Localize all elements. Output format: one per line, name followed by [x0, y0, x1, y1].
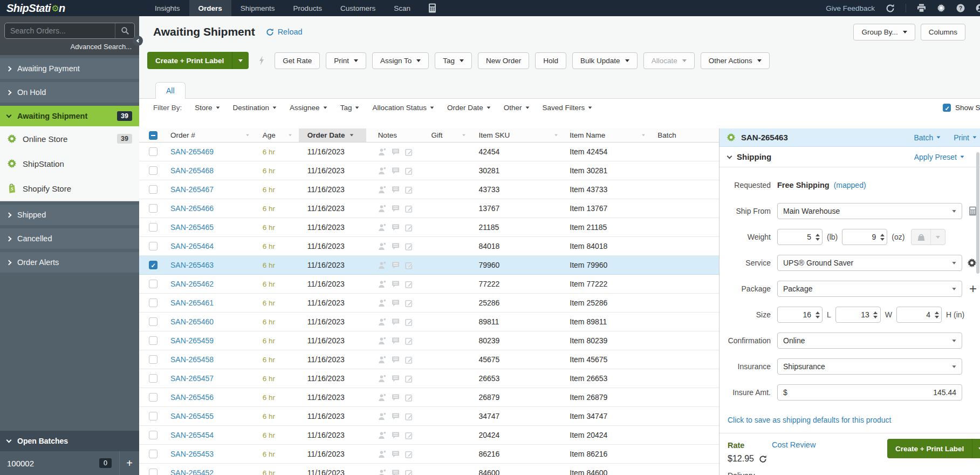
help-icon[interactable]: ?	[956, 4, 965, 12]
row-checkbox[interactable]	[149, 223, 157, 232]
internal-note-icon[interactable]	[392, 205, 400, 213]
sidebar-item-cancelled[interactable]: Cancelled	[0, 228, 139, 249]
row-checkbox[interactable]	[149, 280, 157, 288]
internal-note-icon[interactable]	[392, 280, 400, 288]
size-width-stepper[interactable]: 13	[835, 307, 881, 323]
row-checkbox[interactable]	[149, 166, 157, 175]
internal-note-icon[interactable]	[392, 299, 400, 307]
shipstation-logo[interactable]: ShipStati⚙n	[0, 0, 139, 16]
sidebar-store-shopify-store[interactable]: SShopify Store	[0, 176, 139, 201]
assign-to-button[interactable]: Assign To	[372, 52, 429, 69]
tag-button[interactable]: Tag	[435, 52, 472, 69]
cost-review-link[interactable]: Cost Review	[772, 440, 815, 449]
table-row[interactable]: SAN-2654596 hr11/16/202380239Item 80239	[139, 331, 719, 350]
column-header-item-name[interactable]: Item Name	[565, 128, 652, 142]
collapse-sidebar-button[interactable]	[133, 36, 143, 46]
table-row[interactable]: SAN-2654686 hr11/16/202330281Item 30281	[139, 161, 719, 180]
give-feedback-link[interactable]: Give Feedback	[826, 4, 875, 12]
order-number-link[interactable]: SAN-265469	[170, 147, 214, 156]
reload-button[interactable]: Reload	[266, 28, 303, 36]
buyer-note-icon[interactable]	[378, 393, 386, 402]
row-checkbox[interactable]	[149, 147, 157, 156]
print-dropdown[interactable]: Print	[954, 133, 977, 142]
order-number-link[interactable]: SAN-265463	[170, 261, 214, 269]
internal-note-icon[interactable]	[392, 356, 400, 364]
stepper-arrows[interactable]	[871, 311, 880, 318]
sidebar-item-order-alerts[interactable]: Order Alerts	[0, 252, 139, 273]
row-checkbox[interactable]	[149, 469, 157, 475]
service-settings-gear-icon[interactable]	[967, 258, 977, 268]
group-by-button[interactable]: Group By...	[853, 24, 915, 40]
nav-item-orders[interactable]: Orders	[189, 0, 231, 16]
internal-note-icon[interactable]	[392, 186, 400, 194]
sidebar-store-online-store[interactable]: Online Store39	[0, 126, 139, 151]
add-batch-button[interactable]: +	[119, 451, 139, 475]
search-icon[interactable]	[115, 23, 134, 38]
edit-note-icon[interactable]	[405, 261, 413, 269]
internal-note-icon[interactable]	[392, 148, 400, 156]
filter-destination[interactable]: Destination	[233, 104, 277, 112]
size-length-stepper[interactable]: 16	[777, 307, 823, 323]
shipping-section-header[interactable]: Shipping Apply Preset	[719, 147, 980, 167]
table-row[interactable]: SAN-2654546 hr11/16/202320424Item 20424	[139, 426, 719, 445]
new-order-button[interactable]: New Order	[478, 52, 529, 69]
order-number-link[interactable]: SAN-265462	[170, 280, 214, 288]
edit-note-icon[interactable]	[405, 280, 413, 288]
table-row[interactable]: SAN-2654636 hr11/16/202379960Item 79960	[139, 256, 719, 275]
table-row[interactable]: SAN-2654696 hr11/16/202342454Item 42454	[139, 142, 719, 161]
get-rate-button[interactable]: Get Rate	[275, 52, 320, 69]
edit-note-icon[interactable]	[405, 242, 413, 250]
order-number-link[interactable]: SAN-265464	[170, 242, 214, 250]
buyer-note-icon[interactable]	[378, 148, 386, 156]
create-print-label-button-panel[interactable]: Create + Print Label	[887, 439, 980, 458]
table-row[interactable]: SAN-2654656 hr11/16/202321185Item 21185	[139, 218, 719, 237]
internal-note-icon[interactable]	[392, 431, 400, 439]
table-row[interactable]: SAN-2654666 hr11/16/202313767Item 13767	[139, 199, 719, 218]
table-row[interactable]: SAN-2654606 hr11/16/202389811Item 89811	[139, 313, 719, 331]
edit-note-icon[interactable]	[405, 469, 413, 475]
columns-button[interactable]: Columns	[921, 24, 965, 40]
apply-preset-dropdown[interactable]: Apply Preset	[914, 153, 964, 161]
order-number-link[interactable]: SAN-265454	[170, 431, 214, 439]
column-header-item-sku[interactable]: Item SKU	[472, 128, 565, 142]
buyer-note-icon[interactable]	[378, 205, 386, 213]
table-row[interactable]: SAN-2654576 hr11/16/202326653Item 26653	[139, 369, 719, 388]
buyer-note-icon[interactable]	[378, 167, 386, 175]
table-row[interactable]: SAN-2654676 hr11/16/202343733Item 43733	[139, 180, 719, 199]
add-package-button[interactable]: +	[969, 282, 977, 295]
internal-note-icon[interactable]	[392, 223, 400, 232]
filter-store[interactable]: Store	[195, 104, 220, 112]
internal-note-icon[interactable]	[392, 393, 400, 402]
table-row[interactable]: SAN-2654626 hr11/16/202377222Item 77222	[139, 275, 719, 294]
row-checkbox[interactable]	[149, 242, 157, 250]
row-checkbox[interactable]	[149, 450, 157, 458]
order-number-link[interactable]: SAN-265456	[170, 393, 214, 402]
internal-note-icon[interactable]	[392, 167, 400, 175]
order-number-link[interactable]: SAN-265453	[170, 450, 214, 458]
row-checkbox[interactable]	[149, 374, 157, 383]
ship-from-select[interactable]: Main Warehouse	[777, 203, 962, 219]
edit-note-icon[interactable]	[405, 318, 413, 326]
row-checkbox[interactable]	[149, 204, 157, 213]
filter-saved-filters[interactable]: Saved Filters	[543, 104, 593, 112]
show-sidebar-toggle[interactable]: Show Sidebar	[943, 99, 980, 117]
rate-refresh-icon[interactable]	[759, 455, 767, 463]
order-number-link[interactable]: SAN-265467	[170, 185, 214, 194]
batch-row[interactable]: 100002 0 +	[0, 451, 139, 475]
sidebar-store-shipstation[interactable]: ShipStation	[0, 151, 139, 176]
internal-note-icon[interactable]	[392, 261, 400, 269]
table-row[interactable]: SAN-2654526 hr11/16/202384600Item 84600	[139, 464, 719, 475]
table-row[interactable]: SAN-2654646 hr11/16/202384018Item 84018	[139, 237, 719, 256]
stepper-arrows[interactable]	[813, 311, 822, 318]
buyer-note-icon[interactable]	[378, 431, 386, 439]
batch-dropdown[interactable]: Batch	[914, 133, 941, 142]
weight-lb-stepper[interactable]: 5	[777, 229, 823, 245]
stepper-arrows[interactable]	[813, 234, 822, 241]
row-checkbox[interactable]	[149, 317, 157, 326]
tab-all[interactable]: All	[155, 82, 186, 99]
order-number-link[interactable]: SAN-265461	[170, 298, 214, 307]
sidebar-item-awaiting-payment[interactable]: Awaiting Payment	[0, 58, 139, 79]
filter-other[interactable]: Other	[504, 104, 530, 112]
buyer-note-icon[interactable]	[378, 223, 386, 232]
size-height-stepper[interactable]: 4	[896, 307, 942, 323]
